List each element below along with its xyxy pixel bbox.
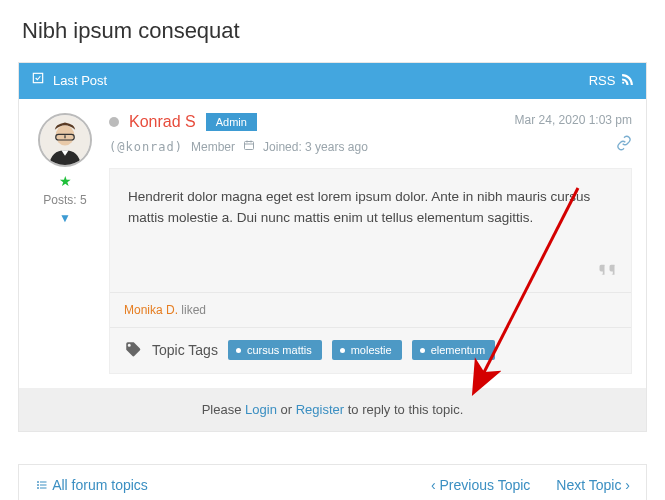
calendar-icon bbox=[243, 139, 255, 154]
status-dot-icon bbox=[109, 117, 119, 127]
chevron-left-icon: ‹ bbox=[431, 477, 440, 493]
svg-point-12 bbox=[38, 481, 39, 482]
post-timestamp: Mar 24, 2020 1:03 pm bbox=[515, 113, 632, 127]
svg-point-14 bbox=[38, 487, 39, 488]
avatar[interactable] bbox=[38, 113, 92, 167]
joined-label: Joined: bbox=[263, 140, 302, 154]
all-topics-link[interactable]: All forum topics bbox=[35, 477, 148, 493]
liked-bar: Monika D. liked bbox=[110, 292, 631, 327]
role-badge: Admin bbox=[206, 113, 257, 131]
login-link[interactable]: Login bbox=[245, 402, 277, 417]
expand-caret-icon[interactable]: ▼ bbox=[33, 211, 97, 225]
permalink-icon[interactable] bbox=[616, 135, 632, 151]
last-post-label: Last Post bbox=[53, 63, 107, 99]
prev-topic-link[interactable]: ‹ Previous Topic bbox=[431, 477, 530, 493]
reply-prefix: Please bbox=[202, 402, 245, 417]
topbar: Last Post RSS bbox=[19, 63, 646, 99]
list-icon bbox=[35, 477, 52, 493]
register-link[interactable]: Register bbox=[296, 402, 344, 417]
reply-prompt: Please Login or Register to reply to thi… bbox=[19, 388, 646, 431]
author-link[interactable]: Konrad S bbox=[129, 113, 196, 131]
svg-rect-5 bbox=[245, 142, 254, 150]
prev-topic-label: Previous Topic bbox=[440, 477, 531, 493]
rank-star-icon: ★ bbox=[33, 173, 97, 189]
post-panel: Last Post RSS ★ Posts: 5 ▼ bbox=[18, 62, 647, 432]
rss-icon bbox=[619, 73, 634, 88]
quote-icon[interactable] bbox=[597, 261, 617, 283]
all-topics-label: All forum topics bbox=[52, 477, 148, 493]
page-title: Nibh ipsum consequat bbox=[22, 18, 647, 44]
posts-count: Posts: 5 bbox=[33, 193, 97, 207]
author-rank: Member bbox=[191, 140, 235, 154]
reply-mid: or bbox=[277, 402, 296, 417]
post-body: Hendrerit dolor magna eget est lorem ips… bbox=[109, 168, 632, 374]
liked-user-link[interactable]: Monika D. bbox=[124, 303, 178, 317]
author-subline: (@konrad) Member Joined: 3 years ago bbox=[109, 139, 368, 154]
topic-tag[interactable]: cursus mattis bbox=[228, 340, 322, 360]
author-sidebar: ★ Posts: 5 ▼ bbox=[33, 113, 97, 374]
tags-bar: Topic Tags cursus mattis molestie elemen… bbox=[110, 327, 631, 373]
chevron-right-icon: › bbox=[621, 477, 630, 493]
rss-label: RSS bbox=[589, 73, 616, 88]
liked-suffix: liked bbox=[178, 303, 206, 317]
post-content: Hendrerit dolor magna eget est lorem ips… bbox=[110, 169, 631, 253]
topic-tag[interactable]: elementum bbox=[412, 340, 495, 360]
next-topic-label: Next Topic bbox=[556, 477, 621, 493]
reply-suffix: to reply to this topic. bbox=[344, 402, 463, 417]
rss-link[interactable]: RSS bbox=[589, 63, 634, 99]
svg-point-13 bbox=[38, 484, 39, 485]
tag-icon bbox=[124, 340, 142, 361]
tags-label: Topic Tags bbox=[152, 342, 218, 358]
author-handle: (@konrad) bbox=[109, 140, 183, 154]
joined-value: 3 years ago bbox=[305, 140, 368, 154]
svg-rect-0 bbox=[33, 73, 42, 82]
next-topic-link[interactable]: Next Topic › bbox=[556, 477, 630, 493]
topic-tag[interactable]: molestie bbox=[332, 340, 402, 360]
bottom-nav: All forum topics ‹ Previous Topic Next T… bbox=[18, 464, 647, 500]
last-post-icon bbox=[31, 63, 45, 99]
